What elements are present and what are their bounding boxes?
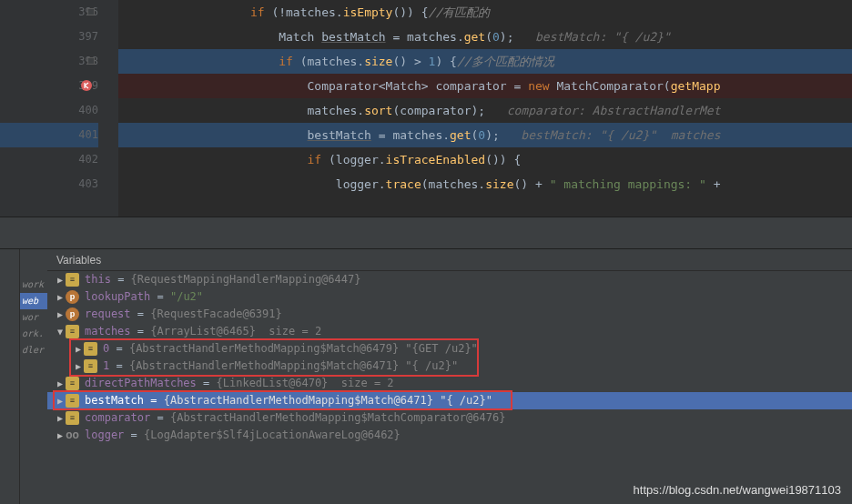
svg-point-0 <box>81 80 92 91</box>
field-icon: ≡ <box>66 411 79 425</box>
code-editor[interactable]: 396 397 398 399 400 401 402 403 if (!mat… <box>0 0 852 217</box>
field-icon: ≡ <box>66 377 79 390</box>
debug-pane: work web wor ork. dler Variables ▶ ≡ thi… <box>0 249 852 504</box>
field-icon: ≡ <box>66 273 79 287</box>
var-row-lookup[interactable]: ▶ p lookupPath = "/u2" <box>47 288 852 306</box>
breakpoint-icon[interactable] <box>80 79 93 92</box>
watermark: https://blog.csdn.net/wangwei19871103 <box>634 483 841 497</box>
expand-icon[interactable]: ▶ <box>55 288 66 306</box>
expand-icon[interactable]: ▶ <box>55 375 66 392</box>
expand-icon[interactable]: ▶ <box>55 306 66 323</box>
expand-icon[interactable]: ▶ <box>73 340 84 358</box>
field-icon: ≡ <box>84 359 97 373</box>
var-row-match-0[interactable]: ▶ ≡ 0 = {AbstractHandlerMethodMapping$Ma… <box>47 340 852 358</box>
param-icon: p <box>66 290 79 304</box>
field-icon: ≡ <box>84 342 97 356</box>
var-row-request[interactable]: ▶ p request = {RequestFacade@6391} <box>47 306 852 323</box>
var-row-this[interactable]: ▶ ≡ this = {RequestMappingHandlerMapping… <box>47 271 852 288</box>
collapse-icon[interactable]: ▼ <box>55 323 66 340</box>
pane-divider[interactable] <box>0 217 852 249</box>
debug-toolbar <box>0 249 20 504</box>
expand-icon[interactable]: ▶ <box>55 392 66 409</box>
expand-icon[interactable]: ▶ <box>55 271 66 288</box>
line-gutter: 396 397 398 399 400 401 402 403 <box>0 0 118 217</box>
var-row-dpm[interactable]: ▶ ≡ directPathMatches = {LinkedList@6470… <box>47 375 852 392</box>
fold-icon[interactable] <box>87 8 95 15</box>
variables-panel: Variables ▶ ≡ this = {RequestMappingHand… <box>47 249 852 504</box>
expand-icon[interactable]: ▶ <box>55 427 66 444</box>
fold-icon[interactable] <box>87 57 95 65</box>
static-icon: oo <box>66 428 79 442</box>
field-icon: ≡ <box>66 394 79 408</box>
variables-header: Variables <box>47 249 852 271</box>
frames-strip[interactable]: work web wor ork. dler <box>20 249 47 504</box>
var-row-matches[interactable]: ▼ ≡ matches = {ArrayList@6465} size = 2 <box>47 323 852 340</box>
var-row-match-1[interactable]: ▶ ≡ 1 = {AbstractHandlerMethodMapping$Ma… <box>47 358 852 375</box>
var-row-comparator[interactable]: ▶ ≡ comparator = {AbstractHandlerMethodM… <box>47 409 852 427</box>
expand-icon[interactable]: ▶ <box>55 409 66 427</box>
expand-icon[interactable]: ▶ <box>73 358 84 375</box>
field-icon: ≡ <box>66 325 79 338</box>
var-row-bestmatch[interactable]: ▶ ≡ bestMatch = {AbstractHandlerMethodMa… <box>47 392 852 409</box>
code-area[interactable]: if (!matches.isEmpty()) {//有匹配的 Match be… <box>118 0 852 217</box>
param-icon: p <box>66 307 79 321</box>
var-row-logger[interactable]: ▶ oo logger = {LogAdapter$Slf4jLocationA… <box>47 427 852 444</box>
